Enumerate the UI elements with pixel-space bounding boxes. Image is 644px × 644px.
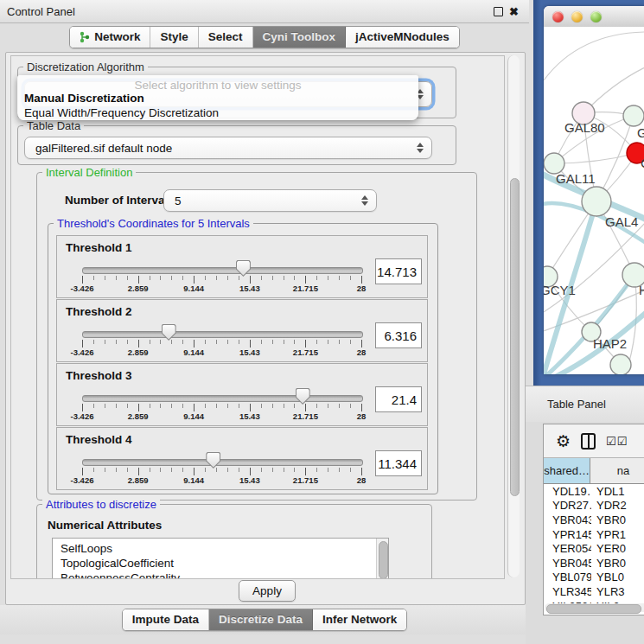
table-horizontal-scrollbar[interactable] (545, 603, 644, 612)
bottom-node[interactable] (610, 354, 631, 374)
table-row[interactable]: YDL19…YDL1 (544, 484, 644, 499)
number-of-intervals-value: 5 (164, 194, 360, 207)
tick-label: 9.144 (183, 348, 204, 357)
table-cell[interactable]: YLR3 (591, 585, 644, 598)
table-cell[interactable]: YBR0 (591, 557, 644, 570)
threshold-1-value-field[interactable]: 14.713 (375, 258, 422, 284)
interval-definition-group-title: Interval Definition (42, 166, 136, 179)
tab-discretize-data-label: Discretize Data (219, 613, 303, 626)
settings-scrollbar-thumb[interactable] (510, 178, 520, 496)
node-table: ⚙ ☑☑ shared… na YDL19…YDL1YDR27…YDR2YBR0… (543, 424, 644, 615)
close-panel-icon[interactable]: ✖ (509, 6, 519, 17)
network-graph[interactable]: GAL80GACGAL11GAL4GCY1HHAP2 (544, 27, 644, 374)
tick-label: 21.715 (293, 475, 318, 485)
tab-discretize-data[interactable]: Discretize Data (209, 609, 313, 630)
threshold-4-value-field[interactable]: 11.344 (375, 450, 422, 476)
control-panel-titlebar: Control Panel ✖ (0, 0, 529, 23)
apply-button[interactable]: Apply (239, 580, 296, 602)
columns-icon[interactable] (581, 433, 596, 450)
slider-ticks (82, 276, 363, 284)
network-edge[interactable] (544, 32, 644, 80)
table-cell[interactable]: YER0 (591, 542, 644, 555)
table-cell[interactable]: YLR345W (544, 585, 591, 598)
slider-ticks (82, 340, 363, 348)
threshold-2-value-field[interactable]: 6.316 (375, 322, 422, 348)
table-cell[interactable]: YDL19… (544, 485, 591, 498)
table-cell[interactable]: YBL0 (591, 571, 644, 583)
threshold-2-slider-track[interactable] (82, 331, 363, 338)
table-cell[interactable]: YDR2 (591, 499, 644, 512)
threshold-4-slider-track[interactable] (82, 459, 363, 466)
tab-impute-data[interactable]: Impute Data (123, 609, 209, 630)
threshold-2-slider-thumb[interactable] (162, 324, 176, 341)
table-row[interactable]: YER054CYER0 (544, 541, 644, 556)
attribute-list-item[interactable]: TopologicalCoefficient (61, 556, 388, 571)
table-cell[interactable]: YDL1 (591, 485, 644, 498)
table-data-combobox[interactable]: galFiltered.sif default node (24, 137, 432, 159)
column-header-shared-name[interactable]: shared… (544, 458, 590, 483)
control-panel-tabstrip: Network Style Select Cyni Toolbox jActiv… (0, 26, 529, 48)
table-cell[interactable]: YBR045C (544, 557, 591, 570)
network-canvas[interactable]: GAL80GACGAL11GAL4GCY1HHAP2 (544, 27, 644, 374)
tick-label: 28 (357, 475, 367, 485)
column-header-name[interactable]: na (590, 458, 644, 483)
float-panel-icon[interactable] (494, 7, 503, 16)
gear-icon[interactable]: ⚙ (556, 433, 571, 450)
cyni-footer-tabstrip: Impute Data Discretize Data Infer Networ… (0, 605, 529, 634)
threshold-4-slider-thumb[interactable] (206, 452, 220, 469)
threshold-coordinates-group-title: Threshold's Coordinates for 5 Intervals (54, 217, 253, 230)
table-cell[interactable]: YBL079W (544, 571, 591, 583)
tab-cyni-toolbox[interactable]: Cyni Toolbox (253, 27, 347, 48)
slider-tick-labels: -3.4262.8599.14415.4321.71528 (57, 411, 427, 422)
upper-right-node[interactable] (623, 105, 644, 126)
network-edge[interactable] (554, 153, 637, 163)
tab-select[interactable]: Select (199, 27, 253, 48)
tab-jactivemnodules[interactable]: jActiveMNodules (346, 27, 459, 48)
threshold-1-slider-track[interactable] (82, 267, 363, 274)
tab-network[interactable]: Network (70, 27, 150, 48)
threshold-1-row: Threshold 1 -3.4262.8599.14415.4321.7152… (56, 235, 428, 298)
attribute-list-item[interactable]: SelfLoops (61, 541, 388, 556)
table-row[interactable]: YPR145WYPR1 (544, 527, 644, 542)
select-columns-checkboxes-icon[interactable]: ☑☑ (606, 435, 628, 448)
settings-vertical-scrollbar[interactable] (507, 55, 520, 577)
number-of-intervals-label: Number of Intervals (65, 194, 175, 207)
table-cell[interactable]: YBR0 (591, 513, 644, 526)
network-window-titlebar[interactable] (544, 6, 644, 28)
table-cell[interactable]: YPR145W (544, 528, 591, 541)
number-of-intervals-combobox[interactable]: 5 (163, 189, 377, 212)
table-toolbar: ⚙ ☑☑ (544, 424, 644, 457)
table-row[interactable]: YDR27…YDR2 (544, 499, 644, 513)
table-hscrollbar-thumb[interactable] (546, 604, 641, 614)
table-row[interactable]: YLR345WYLR3 (544, 584, 644, 599)
table-cell[interactable]: YPR1 (591, 528, 644, 541)
table-row[interactable]: YBL079WYBL0 (544, 571, 644, 585)
GAL4-node[interactable] (582, 187, 611, 216)
threshold-3-slider-track[interactable] (82, 395, 363, 402)
combo-arrows-icon (416, 143, 424, 153)
table-cell[interactable]: YBR043C (544, 513, 591, 526)
threshold-3-slider-thumb[interactable] (296, 388, 310, 405)
algorithm-option-manual[interactable]: Manual Discretization (24, 92, 144, 105)
threshold-4-row: Threshold 4 -3.4262.8599.14415.4321.7152… (56, 427, 428, 490)
tab-infer-network[interactable]: Infer Network (313, 609, 406, 630)
table-row[interactable]: YBR043CYBR0 (544, 513, 644, 527)
table-row[interactable]: YBR045CYBR0 (544, 556, 644, 571)
attributes-group-title: Attributes to discretize (42, 498, 160, 511)
node-label-H: H (639, 283, 644, 297)
numerical-attributes-list[interactable]: SelfLoopsTopologicalCoefficientBetweenne… (52, 538, 389, 579)
tick-label: 2.859 (128, 411, 149, 421)
node-label-C: C (641, 156, 644, 170)
minimize-window-icon[interactable] (571, 11, 583, 22)
close-window-icon[interactable] (552, 11, 564, 22)
tab-style[interactable]: Style (150, 27, 198, 48)
attributes-list-scrollbar[interactable] (376, 539, 388, 579)
zoom-window-icon[interactable] (590, 11, 602, 22)
threshold-3-value-field[interactable]: 21.4 (375, 386, 422, 412)
tick-label: 21.715 (293, 284, 318, 293)
threshold-1-slider-thumb[interactable] (236, 260, 251, 277)
attribute-list-item[interactable]: BetweennessCentrality (61, 571, 388, 579)
table-cell[interactable]: YDR27… (544, 499, 591, 512)
algorithm-option-equal-width[interactable]: Equal Width/Frequency Discretization (24, 106, 219, 119)
table-cell[interactable]: YER054C (544, 542, 591, 555)
